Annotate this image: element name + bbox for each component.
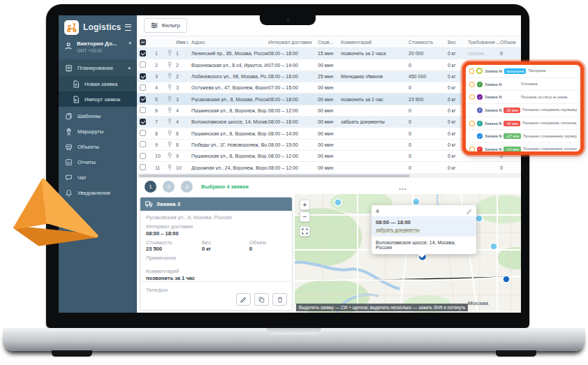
legend-row[interactable]: ✓ Заявка N +27 мин Посещена с опережение… [466,130,580,143]
row-number: 9 [155,142,167,147]
row-checkbox[interactable] [140,164,146,170]
col-requirements[interactable]: Требования ... [468,40,500,45]
menu-toggle-icon[interactable] [125,24,131,31]
status-dot-blue: ✓ [477,133,483,139]
row-address: Пушкинская ул., 8, Воронеж, Вор... [191,154,268,158]
select-all-checkbox[interactable] [140,39,146,45]
pin-icon [167,130,176,137]
row-comment: позвонить за 1 час [341,97,409,102]
table-row[interactable]: 11 10 Дорожная ул., 24, Воронеж, Воро...… [137,162,521,173]
map-panel[interactable]: + − 4 08:00 — 18:00 забрать документы Во… [295,194,521,313]
row-checkbox[interactable] [140,107,146,113]
legend-row[interactable]: ✓ Заявка N Посещена, но статус не указан… [466,91,580,104]
row-interval: 08:00 – 18:00 [268,97,318,102]
status-badge: +27 мин [504,133,521,139]
legend-row[interactable]: Заявка N пропущена Пропущена. [466,65,580,78]
clipboard-icon [65,64,73,72]
page-button-2[interactable]: 2 [163,181,175,193]
sidebar-item-reports[interactable]: Отчеты [59,154,137,170]
map-zoom-out-button[interactable]: − [300,211,310,222]
row-address: Остужева ул., 47, Воронеж, Ворон... [191,85,268,90]
page-button-3[interactable]: 3 [181,181,193,193]
col-name[interactable]: Имя1 [176,40,191,45]
row-checkbox[interactable] [140,153,146,159]
row-cost: 0 [409,131,448,136]
user-account[interactable]: Виктория До... GMT +03:00 ▾ [59,39,137,59]
status-dot-teal: ✓ [477,121,483,126]
pin-icon [167,61,176,69]
pin-icon [167,141,176,149]
legend-label: Заявка N [485,134,501,138]
late-clock-icon [469,68,474,74]
status-dot-green: ✓ [477,82,483,87]
card-actions [236,293,287,306]
row-name: 3 [176,97,191,102]
row-name: 4 [176,108,191,113]
pencil-icon[interactable] [466,209,472,214]
map-marker-light[interactable] [413,198,420,205]
sidebar-item-templates[interactable]: Шаблоны [59,108,137,124]
filter-button[interactable]: Фильтр [144,18,187,33]
map-zoom-in-button[interactable]: + [300,200,310,210]
map-marker-light[interactable] [490,243,497,250]
status-dot-indigo: ✓ [477,107,483,113]
sidebar-item-planning[interactable]: Планирование ▴ [59,59,137,76]
row-interval: 08:00 – 18:00 [268,119,318,124]
map-marker-light[interactable] [335,199,341,206]
row-checkbox[interactable] [140,84,146,91]
popup-comment[interactable]: забрать документы [376,228,420,233]
delete-button[interactable] [272,293,287,306]
table-row[interactable]: 1 1 Ленинский пр., 85, Москва, Россия 08… [137,48,521,59]
legend-row[interactable]: ✓ Заявка N +13 мин Посещена с опережение… [466,143,580,155]
row-checkbox[interactable] [140,96,146,103]
duplicate-button[interactable] [254,293,269,306]
col-service[interactable]: Серв... [318,40,341,45]
legend-row[interactable]: ✓ Заявка N Отклонена. [466,78,580,91]
row-checkbox[interactable] [140,130,146,136]
pane-splitter-handle[interactable]: ••• [397,187,409,193]
col-volume[interactable]: Объем [500,40,518,45]
sidebar-item-objects[interactable]: Объекты [59,139,137,154]
row-checkbox[interactable] [140,61,146,68]
scrollbar-thumb[interactable] [139,174,410,177]
col-weight[interactable]: Вес [448,40,468,45]
page-button-1[interactable]: 1 [145,181,156,193]
legend-desc: Посещена с опозданием, отклонена. [522,121,577,125]
edit-button[interactable] [236,293,251,306]
volume-label: Объем [249,239,266,246]
row-number: 2 [155,63,167,68]
row-checkbox[interactable] [140,119,146,125]
map-marker-light[interactable] [476,215,483,222]
templates-icon [65,112,73,120]
col-comment[interactable]: Комментарий [341,40,409,45]
user-icon [64,40,73,53]
row-checkbox[interactable] [140,141,146,147]
map-fullscreen-button[interactable] [300,226,310,237]
pin-icon [167,96,176,103]
col-address[interactable]: Адрес [191,40,268,45]
col-cost[interactable]: Стоимость [409,40,448,45]
interval-value: 08:00 – 18:00 [146,230,286,237]
sidebar-item-import-requests[interactable]: Импорт заявок [59,91,137,107]
sidebar: Logistics Виктория До... GMT +03:00 ▾ Пл… [59,15,137,313]
legend-row[interactable]: ✓ Заявка N -40 мин Посещена с опозданием… [466,117,580,131]
sidebar-item-label: Планирование [78,65,113,71]
row-name: 6 [176,131,191,136]
legend-desc: Отклонена. [521,82,577,86]
pin-icon [167,164,176,172]
detail-card-body: Русаковская ул., 8, Москва, Россия Интер… [140,211,292,285]
row-comment: забрать документы [341,119,409,124]
row-checkbox[interactable] [140,73,146,80]
pin-icon [167,73,176,80]
sidebar-item-new-request[interactable]: Новая заявка [59,76,137,91]
col-interval[interactable]: Интервал доставки [268,40,318,45]
copy-icon [258,297,265,303]
popup-address: Волоколамское шоссе, 14, Москва, Россия [372,236,476,254]
route-pin-icon [65,128,73,135]
legend-row[interactable]: ✓ Заявка N -20 мин Посещена с опозданием… [466,104,580,117]
map-marker-selected[interactable] [503,276,510,283]
table-row[interactable]: 10 9 Пушкинская ул., 8, Воронеж, Вор... … [137,151,521,162]
row-service: 00 мин [318,154,341,158]
row-checkbox[interactable] [140,50,146,57]
sidebar-item-routes[interactable]: Маршруты [59,124,137,139]
